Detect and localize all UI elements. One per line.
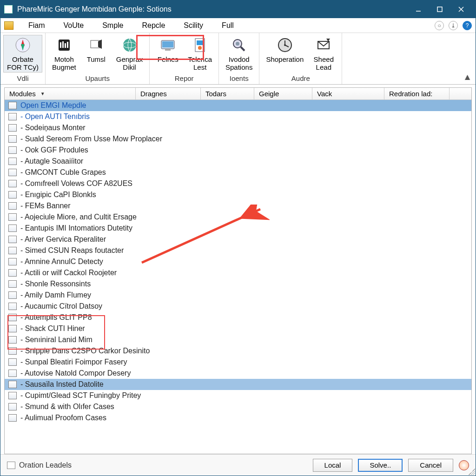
list-item[interactable]: - Aojeciule Miore, and Cultit Ersage [5, 212, 471, 223]
ribbon-label: FOR TCy) [7, 63, 39, 71]
list-item[interactable]: - Autagle Soaaiíitor [5, 156, 471, 167]
list-item[interactable]: - FEMs Banner [5, 200, 471, 212]
list-item[interactable]: - Open AUTI Tenıbris [5, 111, 471, 122]
column-header[interactable]: Dragnes [136, 88, 201, 99]
menu-item[interactable]: Fiam [20, 20, 53, 32]
list-item[interactable]: - Snippie Dans C2SPO Carkor Desinito [5, 345, 471, 357]
solve-button[interactable]: Solve.. [358, 459, 403, 472]
titlebar: PhareMiric Genger Mombidan Genple: Sotio… [0, 0, 476, 18]
list-item[interactable]: - Shack CUTI Hiner [5, 323, 471, 334]
ribbon-button[interactable]: Tumsl [81, 35, 112, 73]
list-item[interactable]: - Actili or wilf Cackol Roojeter [5, 267, 471, 278]
list-item[interactable]: - Sodeiņaus Monter [5, 122, 471, 133]
ribbon-button[interactable]: TelencaLest [184, 35, 216, 73]
list-item[interactable]: - Suald Sereom From Usse Mow Proplacer [5, 133, 471, 145]
list-item[interactable]: - Aulimual Proofom Cases [5, 412, 471, 423]
column-header[interactable]: Vack [312, 88, 384, 99]
menu-item[interactable]: Smple [94, 20, 132, 32]
ribbon-button[interactable]: MotohBugmet [48, 35, 80, 73]
ribbon-button[interactable]: OrbateFOR TCy) [3, 35, 42, 73]
item-label: - Ariver Gervica Rperaliter [20, 235, 106, 244]
item-label: - Aucaumic Cïtrol Datsoy [20, 302, 102, 311]
menubar: Fiam VoUte Smple Repcle Scility Full ○ ⤓… [0, 18, 476, 33]
item-label: - Cupimt/Glead SCT Funingby Pritey [20, 391, 141, 400]
cancel-button[interactable]: Cancel [408, 459, 453, 472]
list-panel: Modules▼DragnesTodarsGeigleVackRedration… [4, 87, 472, 455]
help-icon[interactable]: ? [463, 21, 472, 30]
item-icon [8, 180, 17, 187]
item-label: - Suald Sereom From Usse Mow Proplacer [20, 135, 162, 143]
item-label: - Senıiniral Lanid Mim [20, 336, 93, 344]
item-label: - Sunpal Bleatiri Foimpor Fasery [20, 358, 127, 366]
maximize-button[interactable] [429, 0, 450, 18]
item-icon [8, 169, 17, 176]
list-item[interactable]: - Amily Damh Flumey [5, 290, 471, 301]
status-icon [7, 462, 15, 469]
menu-item[interactable]: VoUte [55, 20, 93, 32]
list-item[interactable]: - Senıiniral Lanid Mim [5, 334, 471, 345]
item-label: - Snippie Dans C2SPO Carkor Desinito [20, 347, 150, 355]
list-item[interactable]: - Eantupis IMI Intomatiors Dutetity [5, 223, 471, 234]
ribbon-label: Tumsl [87, 55, 106, 63]
file-icon[interactable] [4, 21, 13, 30]
resize-grip[interactable] [469, 469, 475, 475]
menu-item[interactable]: Full [213, 20, 242, 32]
list-item[interactable]: Open EMGI Mepdle [5, 100, 471, 111]
list-item[interactable]: - Enıgipic CaPI Blonkls [5, 189, 471, 200]
ribbon-group: OrbateFOR TCy)Vdli [0, 33, 46, 84]
item-icon [8, 291, 17, 299]
item-label: - Actili or wilf Cackol Roojeter [20, 269, 117, 277]
close-button[interactable] [450, 0, 472, 18]
item-icon [8, 358, 17, 366]
list-item[interactable]: - Autemplls GLIT PP8 [5, 312, 471, 323]
svg-rect-8 [65, 43, 66, 48]
ribbon-label: Shoperation [266, 55, 304, 63]
list-item[interactable]: - Comıfreell Volews COF A82UES [5, 178, 471, 189]
list-item[interactable]: - Sunpal Bleatiri Foimpor Fasery [5, 357, 471, 368]
item-icon [8, 370, 17, 377]
list-item[interactable]: - Sausaïla Insted Datolite [5, 379, 471, 390]
item-label: - Amily Damh Flumey [20, 291, 91, 299]
collapse-ribbon-icon[interactable]: ⯅ [464, 74, 471, 81]
list-item[interactable]: - Autovise Natold Compor Desery [5, 368, 471, 379]
column-header[interactable]: Modules▼ [5, 88, 136, 99]
ribbon-button[interactable]: SheedLead [308, 35, 339, 73]
minimize-button[interactable] [408, 0, 429, 18]
menu-item[interactable]: Repcle [134, 20, 174, 32]
menu-item[interactable]: Scility [175, 20, 212, 32]
local-button[interactable]: Local [313, 459, 353, 472]
ribbon-button[interactable]: Felnes [152, 35, 183, 73]
item-icon [8, 414, 17, 422]
item-icon [8, 269, 17, 277]
list-rows[interactable]: Open EMGI Mepdle- Open AUTI Tenıbris- So… [5, 100, 471, 454]
status-indicator-icon[interactable] [459, 460, 469, 470]
ribbon-button[interactable]: Shoperation [262, 35, 307, 73]
ribbon-label: Ivodod [229, 55, 250, 63]
ribbon-label: Sheed [314, 55, 334, 63]
column-header[interactable]: Geigle [254, 88, 312, 99]
ribbon-button[interactable]: GenpraxDikil [112, 35, 147, 73]
column-header[interactable]: Todars [201, 88, 254, 99]
list-item[interactable]: - Shonle Ressonsints [5, 278, 471, 290]
list-item[interactable]: - GMCONT Cuble Grapes [5, 167, 471, 178]
list-item[interactable]: - Smund & with Olıfer Cases [5, 401, 471, 412]
list-item[interactable]: - Amnine AnnulC Detecty [5, 256, 471, 267]
list-item[interactable]: - Ook GGF Produles [5, 145, 471, 156]
list-item[interactable]: - Simed CSUN Reaps foutacter [5, 245, 471, 256]
list-item[interactable]: - Ariver Gervica Rperaliter [5, 234, 471, 245]
svg-rect-6 [60, 42, 61, 48]
list-item[interactable]: - Cupimt/Glead SCT Funingby Pritey [5, 390, 471, 401]
content-area: Modules▼DragnesTodarsGeigleVackRedration… [0, 85, 476, 455]
item-icon [8, 213, 17, 221]
ribbon-icon [120, 36, 139, 54]
item-icon [8, 336, 17, 344]
column-header[interactable]: Redration lad: [384, 88, 450, 99]
item-icon [8, 191, 17, 198]
ribbon-label: Motoh [54, 55, 74, 63]
item-icon [8, 381, 17, 388]
download-icon[interactable]: ⤓ [449, 21, 458, 30]
item-label: - Simed CSUN Reaps foutacter [20, 246, 124, 255]
ribbon-button[interactable]: IvododSpations [222, 35, 256, 73]
list-item[interactable]: - Aucaumic Cïtrol Datsoy [5, 301, 471, 312]
circle-icon[interactable]: ○ [435, 21, 444, 30]
